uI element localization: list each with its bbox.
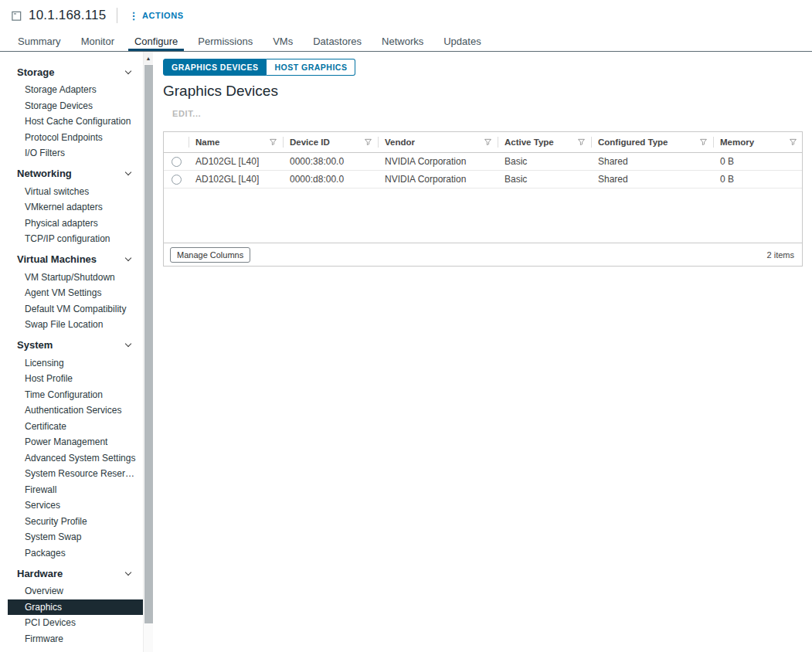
actions-button[interactable]: ⋮ ACTIONS (128, 11, 183, 21)
filter-icon[interactable] (269, 138, 277, 148)
sidebar-section-header-networking[interactable]: Networking (8, 164, 143, 184)
filter-icon[interactable] (364, 138, 372, 148)
tab-networks[interactable]: Networks (372, 31, 433, 51)
sidebar-item-licensing[interactable]: Licensing (8, 355, 143, 372)
sidebar-item-packages[interactable]: Packages (8, 545, 143, 562)
graphics-devices-table: NameDevice IDVendorActive TypeConfigured… (163, 131, 803, 267)
chevron-down-icon (125, 255, 131, 261)
chevron-down-icon (125, 569, 131, 575)
column-label: Device ID (290, 138, 330, 147)
items-count: 2 items (767, 250, 794, 260)
sidebar-item-system-swap[interactable]: System Swap (8, 529, 143, 545)
sidebar-section-header-system[interactable]: System (8, 335, 143, 355)
sidebar-item-i-o-filters[interactable]: I/O Filters (8, 145, 143, 161)
cell-name: AD102GL [L40] (189, 174, 284, 185)
sidebar-item-storage-adapters[interactable]: Storage Adapters (8, 82, 143, 98)
section-items: OverviewGraphicsPCI DevicesFirmware (8, 583, 143, 647)
sidebar-item-agent-vm-settings[interactable]: Agent VM Settings (8, 285, 143, 301)
sidebar-item-pci-devices[interactable]: PCI Devices (8, 615, 143, 631)
sidebar-item-default-vm-compatibility[interactable]: Default VM Compatibility (8, 301, 143, 318)
section-label: Networking (17, 168, 72, 179)
sidebar-item-services[interactable]: Services (8, 497, 143, 514)
section-label: Storage (17, 66, 54, 78)
section-label: Virtual Machines (17, 253, 97, 265)
cell-vendor: NVIDIA Corporation (379, 174, 498, 185)
column-header-active-type[interactable]: Active Type (498, 132, 592, 152)
scrollbar-thumb[interactable] (144, 65, 153, 623)
column-header-device-id[interactable]: Device ID (284, 132, 379, 152)
column-header-memory[interactable]: Memory (714, 132, 804, 152)
sidebar-item-authentication-services[interactable]: Authentication Services (8, 402, 143, 419)
table-row[interactable]: AD102GL [L40]0000:38:00.0NVIDIA Corporat… (164, 153, 802, 171)
sidebar-item-time-configuration[interactable]: Time Configuration (8, 387, 143, 403)
sidebar-item-protocol-endpoints[interactable]: Protocol Endpoints (8, 130, 143, 146)
section-label: Hardware (17, 568, 63, 579)
column-header-name[interactable]: Name (189, 132, 284, 152)
sidebar-section-storage: StorageStorage AdaptersStorage DevicesHo… (8, 62, 143, 161)
column-label: Name (195, 138, 219, 147)
cell-active-type: Basic (498, 156, 592, 167)
scroll-up-button[interactable]: ▲ (144, 52, 153, 64)
sidebar-section-header-storage[interactable]: Storage (8, 62, 143, 82)
row-radio-button[interactable] (172, 157, 182, 167)
sidebar-item-certificate[interactable]: Certificate (8, 419, 143, 435)
sidebar-item-system-resource-reservati[interactable]: System Resource Reservati... (8, 466, 143, 482)
row-select-cell (164, 175, 189, 185)
sidebar-item-advanced-system-settings[interactable]: Advanced System Settings (8, 450, 143, 467)
cell-active-type: Basic (498, 174, 592, 185)
sidebar-item-physical-adapters[interactable]: Physical adapters (8, 216, 143, 232)
column-header-configured-type[interactable]: Configured Type (592, 132, 714, 152)
sidebar-item-graphics[interactable]: Graphics (8, 599, 143, 616)
column-header-select (164, 132, 189, 152)
manage-columns-button[interactable]: Manage Columns (170, 247, 250, 263)
sidebar-item-host-cache-configuration[interactable]: Host Cache Configuration (8, 114, 143, 130)
filter-icon[interactable] (789, 138, 797, 148)
tab-datastores[interactable]: Datastores (303, 31, 372, 51)
tab-configure[interactable]: Configure (124, 31, 188, 51)
column-label: Memory (720, 138, 754, 147)
sidebar-section-header-hardware[interactable]: Hardware (8, 563, 143, 583)
chevron-down-icon (125, 169, 131, 175)
cell-device-id: 0000:d8:00.0 (284, 174, 379, 185)
filter-icon[interactable] (577, 138, 586, 148)
sidebar-item-swap-file-location[interactable]: Swap File Location (8, 317, 143, 333)
sidebar-item-virtual-switches[interactable]: Virtual switches (8, 184, 143, 200)
section-items: VM Startup/ShutdownAgent VM SettingsDefa… (8, 270, 143, 333)
sidebar: StorageStorage AdaptersStorage DevicesHo… (0, 52, 143, 652)
cell-name: AD102GL [L40] (189, 156, 284, 167)
tab-summary[interactable]: Summary (8, 31, 71, 51)
column-header-vendor[interactable]: Vendor (379, 132, 498, 152)
tab-vms[interactable]: VMs (263, 31, 303, 51)
sidebar-item-tcp-ip-configuration[interactable]: TCP/IP configuration (8, 231, 143, 247)
table-row[interactable]: AD102GL [L40]0000:d8:00.0NVIDIA Corporat… (164, 171, 802, 188)
sidebar-section-header-virtual-machines[interactable]: Virtual Machines (8, 250, 143, 270)
filter-icon[interactable] (699, 138, 708, 148)
tab-updates[interactable]: Updates (433, 31, 491, 51)
tab-graphics-devices[interactable]: GRAPHICS DEVICES (163, 59, 267, 76)
cell-memory: 0 B (714, 174, 804, 185)
vertical-dots-icon: ⋮ (128, 11, 139, 21)
row-select-cell (164, 157, 189, 167)
filter-icon[interactable] (484, 138, 492, 148)
sidebar-item-host-profile[interactable]: Host Profile (8, 371, 143, 387)
edit-button[interactable]: EDIT... (172, 109, 201, 118)
sidebar-item-vm-startup-shutdown[interactable]: VM Startup/Shutdown (8, 270, 143, 286)
sidebar-item-overview[interactable]: Overview (8, 583, 143, 599)
sidebar-item-firewall[interactable]: Firewall (8, 482, 143, 498)
sidebar-scrollbar[interactable]: ▲ (143, 52, 153, 652)
sidebar-item-power-management[interactable]: Power Management (8, 434, 143, 450)
sidebar-item-firmware[interactable]: Firmware (8, 631, 143, 647)
tab-permissions[interactable]: Permissions (188, 31, 263, 51)
tab-monitor[interactable]: Monitor (71, 31, 124, 51)
sidebar-item-security-profile[interactable]: Security Profile (8, 514, 143, 530)
tab-host-graphics[interactable]: HOST GRAPHICS (267, 59, 355, 76)
content-pane: GRAPHICS DEVICESHOST GRAPHICS Graphics D… (153, 52, 812, 652)
host-ip-title: 10.1.168.115 (29, 8, 106, 23)
sidebar-item-storage-devices[interactable]: Storage Devices (8, 98, 143, 114)
column-label: Configured Type (598, 138, 668, 147)
sidebar-section-networking: NetworkingVirtual switchesVMkernel adapt… (8, 164, 143, 247)
row-radio-button[interactable] (172, 175, 182, 185)
cell-configured-type: Shared (592, 174, 714, 185)
sidebar-item-vmkernel-adapters[interactable]: VMkernel adapters (8, 199, 143, 216)
sidebar-section-system: SystemLicensingHost ProfileTime Configur… (8, 335, 143, 562)
